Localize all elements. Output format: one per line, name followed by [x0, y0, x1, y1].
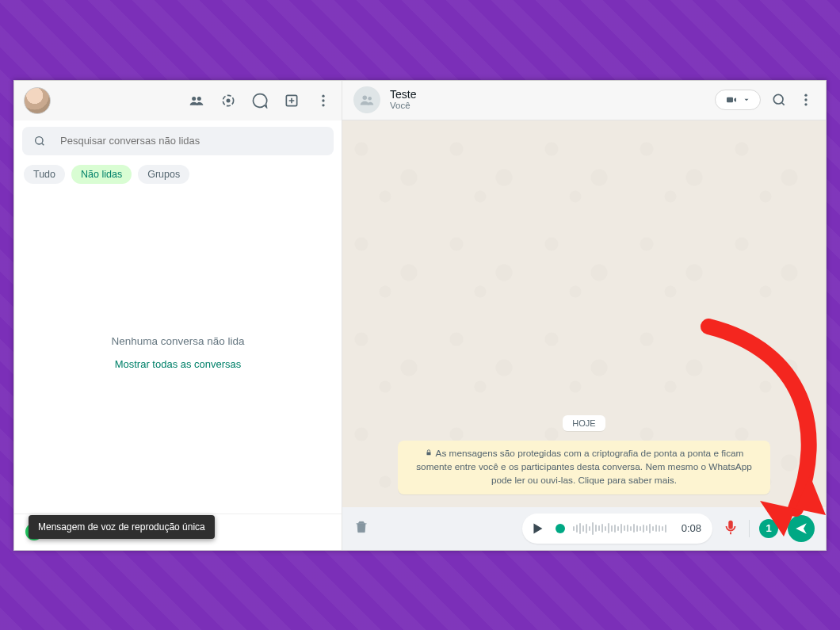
- video-icon: [725, 94, 738, 106]
- svg-point-15: [804, 103, 807, 105]
- empty-state: Nenhuma conversa não lida Mostrar todas …: [14, 192, 342, 514]
- svg-point-1: [197, 97, 201, 101]
- menu-icon[interactable]: [315, 92, 332, 109]
- filter-groups[interactable]: Grupos: [138, 165, 189, 184]
- chevron-down-icon: [743, 96, 750, 104]
- svg-point-0: [192, 97, 196, 101]
- view-once-toggle[interactable]: 1: [759, 519, 778, 538]
- sidebar: Tudo Não lidas Grupos Nenhuma conversa n…: [14, 81, 342, 550]
- svg-point-8: [36, 136, 43, 143]
- new-chat-icon[interactable]: [283, 92, 300, 109]
- show-all-link[interactable]: Mostrar todas as conversas: [115, 358, 242, 370]
- svg-point-6: [322, 99, 324, 101]
- voice-preview: 0:08: [522, 514, 712, 544]
- chat-menu-button[interactable]: [797, 91, 815, 109]
- recording-timer: 0:08: [674, 522, 701, 534]
- chat-panel: Teste Você HOJE As mensagens são protegi…: [342, 81, 826, 550]
- chat-body: HOJE As mensagens são protegidas com a c…: [342, 120, 826, 507]
- svg-rect-16: [426, 452, 430, 456]
- channels-icon[interactable]: [251, 92, 269, 109]
- empty-message: Nenhuma conversa não lida: [111, 335, 244, 347]
- stop-recording-button[interactable]: [722, 518, 739, 539]
- waveform[interactable]: [573, 522, 666, 535]
- chat-header-titles[interactable]: Teste Você: [390, 89, 416, 111]
- sidebar-header: [14, 81, 342, 120]
- date-separator: HOJE: [563, 415, 605, 431]
- whatsapp-app: Tudo Não lidas Grupos Nenhuma conversa n…: [13, 80, 827, 551]
- chat-subtitle: Você: [390, 101, 416, 111]
- menu-icon: [798, 92, 814, 108]
- filter-all[interactable]: Tudo: [24, 165, 65, 184]
- trash-icon: [353, 519, 369, 535]
- chat-title: Teste: [390, 89, 416, 101]
- search-input[interactable]: [60, 135, 323, 147]
- svg-point-9: [363, 96, 368, 101]
- search-icon: [771, 92, 787, 108]
- composer: 0:08 1: [342, 507, 826, 550]
- svg-point-7: [322, 104, 324, 106]
- status-icon[interactable]: [220, 92, 237, 109]
- divider: [749, 520, 750, 537]
- sidebar-header-actions: [188, 92, 332, 109]
- search-bar[interactable]: [22, 127, 334, 155]
- delete-recording-button[interactable]: [353, 519, 369, 538]
- encryption-notice[interactable]: As mensagens são protegidas com a cripto…: [398, 441, 770, 494]
- send-button[interactable]: [788, 515, 815, 542]
- encryption-notice-text: As mensagens são protegidas com a cripto…: [416, 448, 752, 486]
- search-in-chat-button[interactable]: [770, 91, 788, 109]
- svg-point-5: [322, 94, 324, 97]
- search-icon: [33, 135, 46, 147]
- filter-unread[interactable]: Não lidas: [71, 165, 132, 184]
- play-icon: [529, 520, 546, 537]
- svg-point-10: [368, 97, 372, 101]
- lock-icon: [425, 447, 433, 460]
- play-recording-button[interactable]: [527, 518, 548, 539]
- mic-icon: [722, 518, 739, 536]
- view-once-tooltip: Mensagem de voz de reprodução única: [29, 515, 215, 539]
- svg-point-14: [804, 98, 807, 101]
- svg-rect-17: [728, 520, 733, 529]
- playhead-dot[interactable]: [556, 524, 565, 533]
- filter-chips: Tudo Não lidas Grupos: [14, 162, 342, 192]
- svg-point-3: [227, 98, 231, 102]
- svg-rect-11: [727, 97, 733, 103]
- user-avatar[interactable]: [24, 87, 51, 114]
- group-icon: [358, 91, 376, 109]
- chat-avatar[interactable]: [353, 86, 380, 113]
- svg-point-12: [773, 94, 783, 104]
- communities-icon[interactable]: [188, 92, 205, 109]
- svg-point-13: [804, 94, 807, 97]
- send-icon: [794, 521, 808, 536]
- video-call-button[interactable]: [715, 90, 761, 110]
- chat-header: Teste Você: [342, 81, 826, 120]
